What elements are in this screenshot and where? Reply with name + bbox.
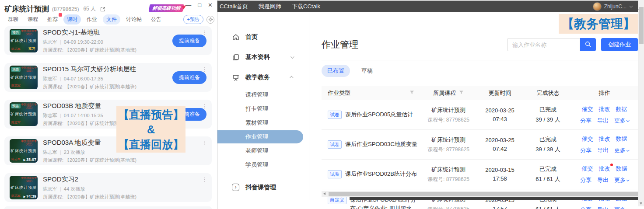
home-icon xyxy=(232,33,240,41)
export-link[interactable]: 导出 xyxy=(597,146,609,154)
export-link[interactable]: 导出 xyxy=(597,206,609,209)
table-row: 试卷课后作业SPOD05总量估计 矿床统计预测课程号: 87798625 202… xyxy=(322,100,638,130)
tab-announcements[interactable]: 公告 xyxy=(147,14,165,24)
search-button[interactable] xyxy=(580,38,596,51)
more-menu-icon[interactable]: ⋮ xyxy=(202,29,207,36)
more-menu-icon[interactable]: ⋮ xyxy=(202,66,207,73)
lesson-thumbnail[interactable]: 中国地质大学(武汉) 矿床统计预测 陈志军 ▶38:07 xyxy=(10,139,38,163)
tab-assigned[interactable]: 已布置 xyxy=(322,65,350,77)
scroll-left-arrow[interactable] xyxy=(323,192,326,195)
tab-lessons[interactable]: 课时 xyxy=(63,14,81,24)
row-actions: 催交 批改 数据 分享 导出 更多 xyxy=(571,165,638,184)
notification-dot xyxy=(59,13,62,17)
sidebar-item-teaching-affairs[interactable]: 教学教务 xyxy=(217,67,309,87)
data-link[interactable]: 数据 xyxy=(616,105,627,113)
unlock-premium-badge[interactable]: 解锁高级功能 xyxy=(149,4,184,12)
lesson-course: 所属课程: 【2020春】矿床统计预测(基地班) xyxy=(43,47,172,53)
lesson-card[interactable]: 预告 中国地质大学(武汉) 矿床统计预测 陈志军 实习 SPOD实习1-基地班 … xyxy=(4,26,212,55)
more-link[interactable]: 更多 xyxy=(614,117,629,125)
sidebar-item-douyin-course[interactable]: ♪ 抖音课管理 xyxy=(217,178,309,198)
prepare-button[interactable]: 提前准备 xyxy=(172,35,206,47)
video-duration: ▶74:39 xyxy=(24,194,36,199)
tab-recommend[interactable]: 推荐 xyxy=(44,14,61,24)
preview-badge: 预告 xyxy=(11,67,21,72)
filter-icon[interactable] xyxy=(410,90,414,96)
sidebar-item-student-mgmt[interactable]: 学员管理 xyxy=(217,158,309,171)
lesson-schedule: 04-07 16:00-17:35 xyxy=(64,76,103,81)
tab-files[interactable]: 文件 xyxy=(103,14,120,24)
data-link[interactable]: 数据 xyxy=(616,165,627,173)
more-link[interactable]: 更多 xyxy=(614,146,629,154)
lesson-thumbnail[interactable]: 预告 中国地质大学(武汉) 矿床统计预测 陈志军 xyxy=(10,102,38,126)
tab-group-chat[interactable]: 群聊 xyxy=(4,14,22,24)
chevron-up-icon xyxy=(290,76,293,79)
share-link[interactable]: 分享 xyxy=(580,117,592,125)
urge-link[interactable]: 催交 xyxy=(582,135,593,143)
export-link[interactable]: 导出 xyxy=(597,117,609,125)
scrollbar-thumb[interactable] xyxy=(329,192,644,196)
lesson-course: 所属课程: 【2020春】矿床统计预测(基地班) xyxy=(43,157,206,164)
lesson-thumbnail[interactable]: 预告 中国地质大学(武汉) 矿床统计预测 陈志军 实习 xyxy=(10,29,38,52)
more-menu-icon[interactable]: ⋮ xyxy=(202,176,207,183)
lesson-card[interactable]: 预告 中国地质大学(武汉) 矿床统计预测 陈志军 SPOD15 马尔可夫链分析地… xyxy=(4,63,212,92)
lesson-title: SPOD15 马尔可夫链分析地层柱 xyxy=(43,65,172,73)
horizontal-scrollbar[interactable] xyxy=(322,191,644,197)
sidebar-item-material-mgmt[interactable]: 素材管理 xyxy=(217,116,309,129)
nav-download[interactable]: 下载CCtalk xyxy=(292,3,320,10)
more-link[interactable]: 更多 xyxy=(614,176,629,184)
external-link-icon[interactable] xyxy=(100,7,105,12)
member-count: 65 人 xyxy=(83,5,96,13)
update-time: 07:43 xyxy=(475,116,525,122)
grade-link[interactable]: 批改 xyxy=(599,135,610,143)
nav-cctalk-home[interactable]: CCtalk首页 xyxy=(220,3,248,10)
urge-link[interactable]: 催交 xyxy=(582,165,593,173)
lesson-course: 所属课程: 【2020春】矿床统计预测(卓越班) xyxy=(43,194,206,200)
homework-title: 课后作业SPOD05总量估计 xyxy=(345,110,413,119)
sidebar-item-basic-info[interactable]: 基本资料 xyxy=(217,47,309,67)
minimize-button[interactable]: — xyxy=(186,2,191,8)
sidebar-item-course-mgmt[interactable]: 课程管理 xyxy=(217,88,309,101)
tab-homework[interactable]: 作业 xyxy=(83,14,101,24)
sidebar-item-home[interactable]: 首页 xyxy=(217,27,309,47)
search-input[interactable] xyxy=(508,38,580,51)
add-preview-button[interactable]: +预告 xyxy=(183,15,203,24)
prepare-button[interactable]: 提前准备 xyxy=(172,71,206,84)
chevron-down-icon xyxy=(626,178,630,181)
tab-courses[interactable]: 课程 xyxy=(24,14,42,24)
share-link[interactable]: 分享 xyxy=(580,146,592,154)
urge-link[interactable]: 催交 xyxy=(582,105,593,113)
chevron-down-icon xyxy=(290,55,294,58)
tab-forum[interactable]: 讨论帖 xyxy=(122,14,145,24)
maximize-button[interactable]: □ xyxy=(198,2,201,8)
export-link[interactable]: 导出 xyxy=(597,176,609,184)
sidebar-item-homework-mgmt[interactable]: 作业管理 xyxy=(217,130,303,143)
share-link[interactable]: 分享 xyxy=(580,206,592,209)
filter-icon[interactable] xyxy=(459,90,464,96)
gear-icon[interactable] xyxy=(206,16,214,24)
teacher-name: 陈志军 xyxy=(43,113,57,118)
user-menu[interactable]: ZhijunC... xyxy=(593,2,632,11)
close-button[interactable]: ✕ xyxy=(208,2,213,8)
douyin-icon: ♪ xyxy=(232,184,240,192)
lesson-thumbnail[interactable]: 中国地质大学(武汉) 矿床统计预测 陈志军 ▶74:39 xyxy=(10,176,38,199)
data-link[interactable]: 数据 xyxy=(616,135,627,143)
sidebar-item-teacher-mgmt[interactable]: 老师管理 xyxy=(217,144,309,157)
course-name: 矿床统计预测 xyxy=(422,106,475,114)
lesson-card[interactable]: 中国地质大学(武汉) 矿床统计预测 陈志军 ▶74:39 SPOD实习2 陈志军… xyxy=(4,173,212,202)
more-link[interactable]: 更多 xyxy=(614,206,629,209)
more-menu-icon[interactable]: ⋮ xyxy=(202,103,207,109)
scrollbar-thumb[interactable] xyxy=(639,7,644,44)
sidebar-item-checkin-mgmt[interactable]: 打卡管理 xyxy=(217,102,309,115)
homework-title: 课后作业SPOD02B统计分布 xyxy=(345,170,417,178)
tab-drafts[interactable]: 草稿 xyxy=(361,67,373,75)
lesson-thumbnail[interactable]: 预告 中国地质大学(武汉) 矿床统计预测 陈志军 xyxy=(10,66,38,89)
create-homework-button[interactable]: 创建作业 xyxy=(601,38,638,51)
scroll-down-arrow[interactable] xyxy=(640,202,642,205)
share-link[interactable]: 分享 xyxy=(580,176,592,184)
more-menu-icon[interactable]: ⋮ xyxy=(202,139,207,146)
grade-link[interactable]: 批改 xyxy=(599,105,610,113)
nav-teacher[interactable]: 我是网师 xyxy=(259,3,281,10)
username: ZhijunC... xyxy=(604,3,626,10)
vertical-scrollbar[interactable] xyxy=(638,0,644,206)
grade-link[interactable]: 批改 xyxy=(599,165,610,173)
